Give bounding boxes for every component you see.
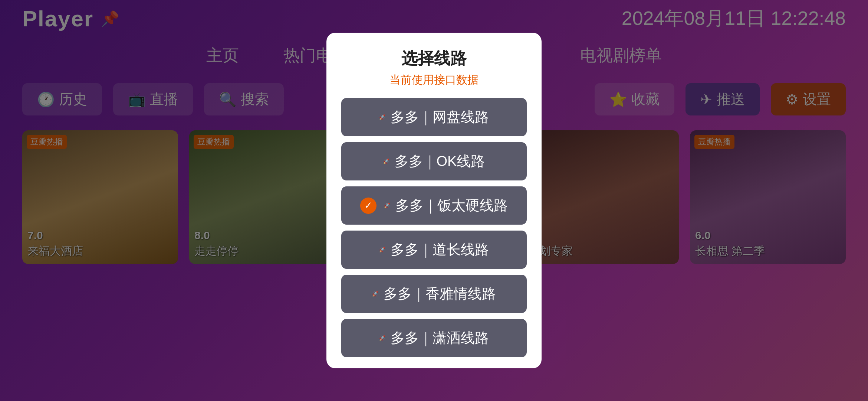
route-6-label: 多多｜潇洒线路 — [391, 329, 489, 348]
route-button-1[interactable]: 🚀 多多｜网盘线路 — [341, 98, 527, 136]
route-button-2[interactable]: 🚀 多多｜OK线路 — [341, 142, 527, 180]
route-button-5[interactable]: 🚀 多多｜香雅情线路 — [341, 275, 527, 313]
route-4-emoji: 🚀 — [379, 247, 385, 252]
route-6-emoji: 🚀 — [379, 335, 385, 341]
route-button-4[interactable]: 🚀 多多｜道长线路 — [341, 231, 527, 269]
route-5-label: 多多｜香雅情线路 — [384, 284, 496, 303]
modal-subtitle: 当前使用接口数据 — [341, 72, 527, 88]
route-5-emoji: 🚀 — [372, 291, 378, 297]
route-4-label: 多多｜道长线路 — [391, 240, 489, 259]
route-2-label: 多多｜OK线路 — [395, 152, 485, 171]
modal-title: 选择线路 — [341, 48, 527, 69]
route-selection-modal: 选择线路 当前使用接口数据 🚀 多多｜网盘线路 🚀 多多｜OK线路 ✓ 🚀 多多… — [326, 33, 542, 368]
route-button-3[interactable]: ✓ 🚀 多多｜饭太硬线路 — [341, 186, 527, 225]
route-button-6[interactable]: 🚀 多多｜潇洒线路 — [341, 319, 527, 357]
route-1-emoji: 🚀 — [379, 114, 385, 120]
route-1-label: 多多｜网盘线路 — [391, 108, 489, 127]
route-2-emoji: 🚀 — [383, 159, 389, 164]
active-check-icon: ✓ — [360, 198, 377, 214]
route-3-label: 多多｜饭太硬线路 — [395, 196, 508, 215]
route-3-emoji: 🚀 — [384, 203, 390, 208]
overlay[interactable]: 选择线路 当前使用接口数据 🚀 多多｜网盘线路 🚀 多多｜OK线路 ✓ 🚀 多多… — [0, 0, 868, 401]
